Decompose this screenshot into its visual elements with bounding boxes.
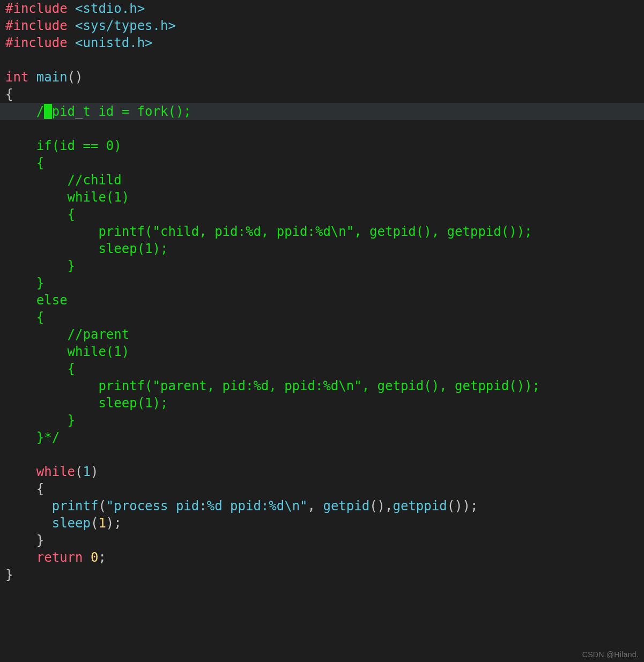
code-line: if(id == 0)	[0, 137, 644, 154]
parens: ()	[68, 70, 83, 85]
comment-body: if(id == 0)	[36, 138, 122, 153]
code-line: printf("child, pid:%d, ppid:%d\n", getpi…	[0, 223, 644, 240]
comment-body: }	[68, 413, 75, 428]
code-line: sleep(1);	[0, 515, 644, 532]
comment-body: //child	[68, 173, 122, 188]
comment-body: while(1)	[68, 344, 130, 359]
code-line: }	[0, 274, 644, 292]
code-line: }*/	[0, 429, 644, 446]
editor-cursor: *	[44, 104, 51, 119]
comment-body: //parent	[68, 327, 130, 342]
paren-close: )	[463, 499, 470, 514]
brace: }	[5, 567, 13, 582]
paren-close: )	[106, 516, 114, 531]
code-line: {	[0, 480, 644, 497]
code-line: printf("process pid:%d ppid:%d\n", getpi…	[0, 497, 644, 515]
paren-open: (	[91, 516, 98, 531]
code-line: {	[0, 154, 644, 172]
number-literal: 1	[98, 516, 106, 531]
number-literal: 1	[83, 464, 91, 479]
comment-body: {	[36, 155, 44, 170]
code-line: }	[0, 412, 644, 429]
comment-body: {	[68, 361, 75, 376]
code-line: #include <sys/types.h>	[0, 17, 644, 34]
brace: }	[36, 533, 44, 548]
code-line: while(1)	[0, 343, 644, 360]
code-line	[0, 51, 644, 69]
comment-body: }*/	[36, 430, 60, 445]
pp-directive: #include	[5, 35, 68, 50]
code-line: printf("parent, pid:%d, ppid:%d\n", getp…	[0, 377, 644, 395]
pp-directive: #include	[5, 1, 68, 16]
code-line-active: /*pid_t id = fork();	[0, 103, 644, 120]
code-line: }	[0, 532, 644, 549]
code-line: #include <unistd.h>	[0, 34, 644, 51]
comment-body: sleep(1);	[98, 241, 168, 256]
space	[83, 550, 91, 565]
number-literal: 0	[91, 550, 98, 565]
comment-body: {	[36, 310, 44, 325]
comment-body: }	[36, 276, 44, 291]
kw-return: return	[36, 550, 83, 565]
brace: {	[36, 481, 44, 496]
code-line: while(1)	[0, 463, 644, 480]
code-line: sleep(1);	[0, 395, 644, 412]
paren-open: (	[98, 499, 106, 514]
semicolon: ;	[98, 550, 106, 565]
code-line: }	[0, 566, 644, 583]
brace: {	[5, 87, 13, 102]
comment-body: while(1)	[68, 190, 130, 205]
watermark: CSDN @Hiland.	[582, 650, 639, 659]
pp-directive: #include	[5, 18, 68, 33]
code-line: }	[0, 257, 644, 274]
fn-call: sleep	[52, 516, 91, 531]
fn-call: getpid	[323, 499, 369, 514]
comment-body: }	[68, 258, 75, 273]
code-line: //parent	[0, 326, 644, 343]
fn-call: getppid	[393, 499, 447, 514]
kw-while: while	[36, 464, 75, 479]
paren-open: (	[75, 464, 83, 479]
indent	[5, 104, 36, 119]
code-line: //child	[0, 172, 644, 189]
semicolon: ;	[470, 499, 478, 514]
semicolon: ;	[114, 516, 121, 531]
code-line	[0, 120, 644, 137]
code-line: #include <stdio.h>	[0, 0, 644, 17]
code-line	[0, 446, 644, 463]
kw-int: int	[5, 70, 28, 85]
comma: ,	[308, 499, 323, 514]
comment-body: printf("child, pid:%d, ppid:%d\n", getpi…	[98, 224, 532, 239]
code-line: else	[0, 292, 644, 309]
parens: ()	[369, 499, 385, 514]
code-line: return 0;	[0, 549, 644, 566]
code-line: int main()	[0, 69, 644, 86]
comment-body: printf("parent, pid:%d, ppid:%d\n", getp…	[98, 378, 540, 393]
code-line: sleep(1);	[0, 240, 644, 257]
pp-path: <sys/types.h>	[68, 18, 176, 33]
code-line: while(1)	[0, 189, 644, 206]
fn-name: main	[28, 70, 67, 85]
comment-body: pid_t id = fork();	[52, 104, 191, 119]
fn-call: printf	[52, 499, 99, 514]
paren-close: )	[91, 464, 98, 479]
comment-body: {	[68, 207, 75, 222]
comment-body: sleep(1);	[98, 396, 168, 411]
comma: ,	[385, 499, 393, 514]
code-line: {	[0, 86, 644, 103]
string-literal: "process pid:%d ppid:%d\n"	[106, 499, 308, 514]
code-line: {	[0, 206, 644, 223]
pp-path: <unistd.h>	[68, 35, 153, 50]
comment-body: else	[36, 293, 68, 308]
code-editor[interactable]: #include <stdio.h>#include <sys/types.h>…	[0, 0, 644, 583]
code-line: {	[0, 309, 644, 326]
parens: ()	[447, 499, 463, 514]
code-line: {	[0, 360, 644, 377]
pp-path: <stdio.h>	[68, 1, 145, 16]
comment-start-slash: /	[36, 104, 44, 119]
